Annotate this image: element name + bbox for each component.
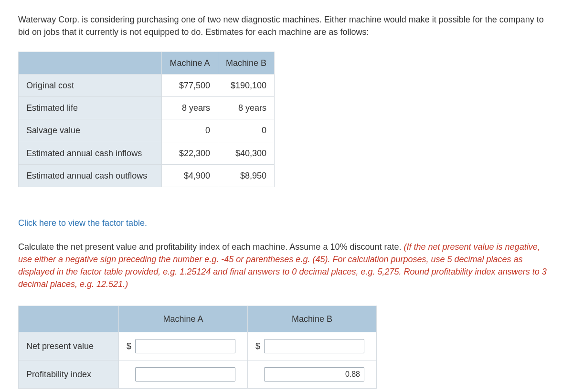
row-val-a: 0 bbox=[162, 119, 218, 142]
npv-b-input[interactable] bbox=[264, 339, 364, 353]
answer-table: Machine A Machine B Net present value $ … bbox=[18, 306, 377, 389]
row-label: Original cost bbox=[19, 74, 162, 97]
currency-sign: $ bbox=[127, 340, 131, 352]
table-row: Estimated annual cash outflows $4,900 $8… bbox=[19, 164, 275, 187]
row-val-b: $8,950 bbox=[218, 164, 275, 187]
table-row: Estimated annual cash inflows $22,300 $4… bbox=[19, 142, 275, 164]
table-row: Salvage value 0 0 bbox=[19, 119, 275, 142]
row-val-a: $77,500 bbox=[162, 74, 218, 97]
npv-label: Net present value bbox=[19, 332, 119, 360]
row-val-a: 8 years bbox=[162, 97, 218, 119]
table-row: Original cost $77,500 $190,100 bbox=[19, 74, 275, 97]
spec-header-a: Machine A bbox=[162, 52, 218, 74]
spec-header-b: Machine B bbox=[218, 52, 275, 74]
row-label: Estimated life bbox=[19, 97, 162, 119]
row-val-b: 0 bbox=[218, 119, 275, 142]
answer-header-a: Machine A bbox=[119, 306, 248, 332]
row-label: Estimated annual cash inflows bbox=[19, 142, 162, 164]
pi-label: Profitability index bbox=[19, 360, 119, 389]
intro-text: Waterway Corp. is considering purchasing… bbox=[18, 13, 555, 38]
instructions: Calculate the net present value and prof… bbox=[18, 241, 555, 290]
answer-header-b: Machine B bbox=[248, 306, 377, 332]
factor-table-link[interactable]: Click here to view the factor table. bbox=[18, 217, 147, 229]
spec-corner bbox=[19, 52, 162, 74]
spec-table: Machine A Machine B Original cost $77,50… bbox=[18, 52, 275, 187]
row-val-b: $40,300 bbox=[218, 142, 275, 164]
currency-sign: $ bbox=[255, 340, 260, 352]
table-row: Estimated life 8 years 8 years bbox=[19, 97, 275, 119]
instructions-plain: Calculate the net present value and prof… bbox=[18, 242, 403, 252]
answer-corner bbox=[19, 306, 119, 332]
table-row: Profitability index $ $ bbox=[19, 360, 377, 389]
table-row: Net present value $ $ bbox=[19, 332, 377, 360]
row-val-a: $22,300 bbox=[162, 142, 218, 164]
row-label: Salvage value bbox=[19, 119, 162, 142]
row-val-a: $4,900 bbox=[162, 164, 218, 187]
row-label: Estimated annual cash outflows bbox=[19, 164, 162, 187]
npv-a-input[interactable] bbox=[135, 339, 235, 353]
row-val-b: $190,100 bbox=[218, 74, 275, 97]
row-val-b: 8 years bbox=[218, 97, 275, 119]
pi-b-input[interactable] bbox=[264, 367, 364, 381]
pi-a-input[interactable] bbox=[135, 367, 235, 381]
